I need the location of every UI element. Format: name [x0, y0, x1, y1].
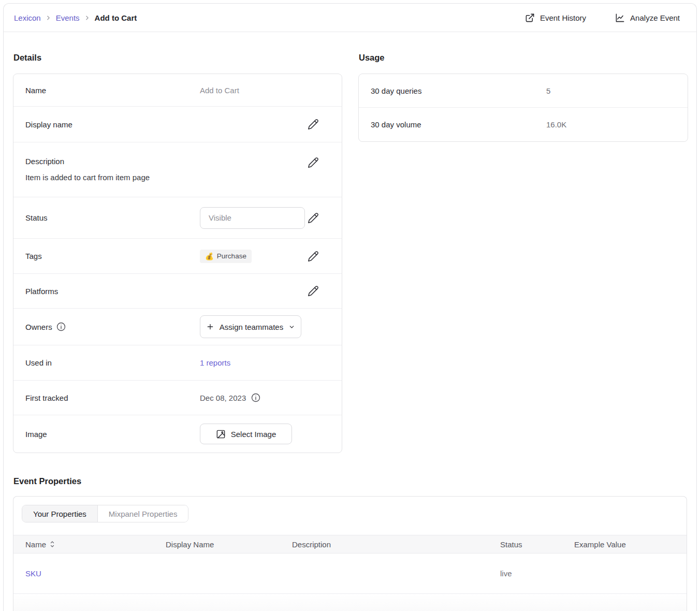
plus-icon — [206, 323, 214, 331]
pencil-icon — [308, 119, 319, 130]
properties-table-header: Name Display Name Description Status Exa… — [13, 535, 687, 554]
assign-teammates-button[interactable]: Assign teammates — [200, 315, 301, 338]
usage-queries-value: 5 — [546, 86, 550, 95]
event-properties-card: Your Properties Mixpanel Properties Name… — [13, 496, 687, 611]
info-icon[interactable] — [251, 393, 260, 402]
detail-row-owners: Owners Assign teammates — [13, 309, 342, 345]
detail-row-used-in: Used in 1 reports — [13, 345, 342, 381]
image-label: Image — [25, 430, 200, 439]
analyze-event-label: Analyze Event — [630, 13, 680, 22]
pencil-icon — [308, 285, 319, 297]
owners-label: Owners — [25, 322, 200, 331]
property-row-sku: SKU live — [13, 554, 687, 594]
status-input[interactable]: Visible — [200, 207, 305, 229]
image-icon — [216, 429, 226, 439]
tag-chip-purchase[interactable]: 💰 Purchase — [200, 250, 252, 263]
usage-row-volume: 30 day volume 16.0K — [359, 108, 688, 141]
chevron-down-icon — [288, 324, 295, 330]
description-value: Item is added to cart from item page — [25, 173, 319, 182]
description-label: Description — [25, 157, 200, 166]
properties-tabs: Your Properties Mixpanel Properties — [22, 505, 188, 522]
platforms-label: Platforms — [25, 287, 200, 296]
details-card: Name Add to Cart Display name Descriptio… — [13, 74, 342, 453]
tag-chip-label: Purchase — [217, 252, 246, 260]
detail-row-name: Name Add to Cart — [13, 74, 342, 107]
sort-icon — [49, 541, 55, 548]
property-name-link[interactable]: Scroll % — [25, 609, 54, 611]
chevron-right-icon — [84, 14, 91, 21]
assign-teammates-label: Assign teammates — [220, 323, 283, 331]
info-icon[interactable] — [56, 322, 66, 331]
pencil-icon — [308, 251, 319, 262]
usage-title: Usage — [358, 53, 688, 63]
tags-label: Tags — [25, 252, 200, 260]
display-name-label: Display name — [25, 120, 200, 129]
edit-status-button[interactable] — [308, 212, 319, 224]
column-header-display-name: Display Name — [166, 540, 292, 549]
breadcrumb-lexicon[interactable]: Lexicon — [14, 13, 41, 22]
usage-volume-value: 16.0K — [546, 120, 566, 129]
detail-row-image: Image Select Image — [13, 415, 342, 453]
usage-row-queries: 30 day queries 5 — [359, 74, 688, 108]
column-header-status: Status — [500, 540, 574, 549]
property-status: live — [500, 569, 574, 578]
tab-your-properties[interactable]: Your Properties — [22, 505, 98, 522]
column-header-description: Description — [292, 540, 500, 549]
breadcrumb: Lexicon Events Add to Cart — [14, 13, 137, 22]
detail-row-platforms: Platforms — [13, 274, 342, 309]
edit-display-name-button[interactable] — [308, 119, 319, 130]
event-properties-title: Event Properties — [13, 476, 687, 486]
edit-platforms-button[interactable] — [308, 285, 319, 297]
column-header-name-label: Name — [25, 540, 46, 549]
first-tracked-value: Dec 08, 2023 — [200, 394, 246, 402]
external-link-icon — [525, 13, 535, 23]
app-panel: Lexicon Events Add to Cart Event History… — [3, 3, 697, 611]
used-in-reports-link[interactable]: 1 reports — [200, 358, 230, 367]
breadcrumb-current: Add to Cart — [95, 13, 137, 22]
first-tracked-label: First tracked — [25, 394, 200, 402]
edit-description-button[interactable] — [308, 157, 319, 168]
property-row-scroll: Scroll % live — [13, 594, 687, 611]
top-bar: Lexicon Events Add to Cart Event History… — [4, 4, 696, 32]
tab-mixpanel-properties[interactable]: Mixpanel Properties — [98, 505, 188, 522]
event-history-label: Event History — [540, 13, 586, 22]
detail-row-tags: Tags 💰 Purchase — [13, 239, 342, 274]
usage-queries-label: 30 day queries — [371, 86, 546, 95]
pencil-icon — [308, 157, 319, 168]
detail-row-display-name: Display name — [13, 107, 342, 142]
status-label: Status — [25, 213, 200, 222]
breadcrumb-events[interactable]: Events — [56, 13, 80, 22]
money-bag-icon: 💰 — [205, 252, 214, 260]
event-properties-section: Event Properties Your Properties Mixpane… — [13, 476, 687, 611]
details-title: Details — [13, 53, 342, 63]
select-image-button[interactable]: Select Image — [200, 424, 292, 444]
event-history-button[interactable]: Event History — [525, 13, 586, 23]
details-section: Details Name Add to Cart Display name — [13, 53, 342, 453]
property-name-link[interactable]: SKU — [25, 569, 41, 578]
top-actions: Event History Analyze Event — [525, 13, 680, 23]
usage-volume-label: 30 day volume — [371, 120, 546, 129]
owners-label-text: Owners — [25, 323, 52, 331]
pencil-icon — [308, 212, 319, 224]
analyze-event-button[interactable]: Analyze Event — [615, 13, 680, 23]
usage-card: 30 day queries 5 30 day volume 16.0K — [358, 74, 688, 142]
used-in-label: Used in — [25, 358, 200, 367]
name-label: Name — [25, 86, 200, 95]
detail-row-status: Status Visible — [13, 197, 342, 239]
name-value: Add to Cart — [200, 86, 239, 95]
edit-tags-button[interactable] — [308, 251, 319, 262]
chevron-right-icon — [45, 14, 52, 21]
select-image-label: Select Image — [231, 430, 276, 439]
detail-row-description: Description Item is added to cart from i… — [13, 142, 342, 197]
line-chart-icon — [615, 13, 625, 23]
column-header-example-value: Example Value — [574, 540, 687, 549]
column-header-name[interactable]: Name — [25, 540, 166, 549]
usage-section: Usage 30 day queries 5 30 day volume 16.… — [358, 53, 688, 453]
detail-row-first-tracked: First tracked Dec 08, 2023 — [13, 381, 342, 415]
